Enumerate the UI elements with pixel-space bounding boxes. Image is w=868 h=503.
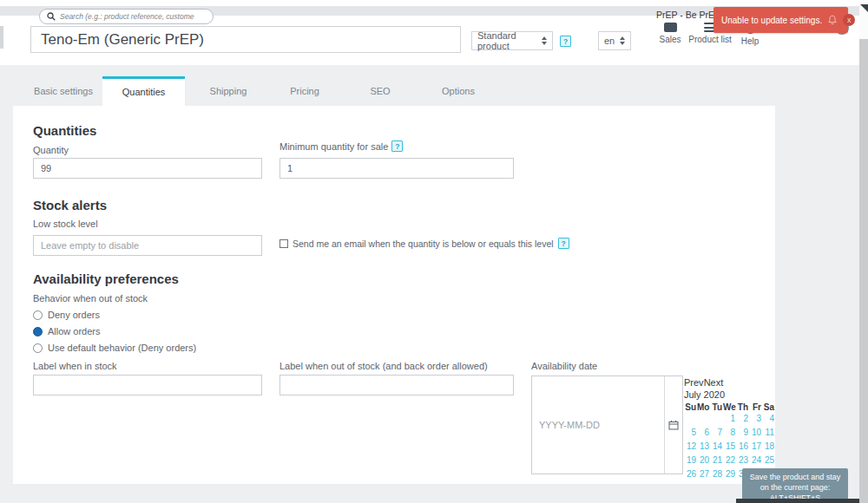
email-alert-label: Send me an email when the quantity is be… xyxy=(293,238,554,249)
calendar-day[interactable]: 8 xyxy=(723,426,736,440)
search-placeholder: Search (e.g.: product reference, custome xyxy=(60,12,206,21)
save-shortcut-tooltip: Save the product and stay on the current… xyxy=(742,468,848,501)
toast-close-icon[interactable]: x xyxy=(843,14,855,26)
select-arrows-icon xyxy=(542,36,547,45)
out-of-stock-input[interactable] xyxy=(279,375,514,395)
product-tabs: Basic settings Quantities Shipping Prici… xyxy=(24,76,494,106)
min-quantity-input[interactable] xyxy=(279,158,514,179)
calendar-day[interactable]: 1 xyxy=(723,412,736,426)
calendar-day[interactable]: 28 xyxy=(710,467,723,481)
calendar-icon[interactable] xyxy=(664,376,682,474)
tab-options[interactable]: Options xyxy=(423,76,494,106)
calendar-day[interactable]: 13 xyxy=(697,440,710,454)
calendar-day-header: Tu xyxy=(710,402,723,412)
toast-message: Unable to update settings. xyxy=(721,16,822,25)
calendar-day[interactable]: 3 xyxy=(749,412,762,426)
calendar-day[interactable]: 22 xyxy=(723,454,736,467)
global-search-input[interactable]: Search (e.g.: product reference, custome xyxy=(39,9,214,24)
radio-label: Deny orders xyxy=(48,310,100,320)
nav-label: Help xyxy=(741,36,760,46)
calendar-day-header: Mo xyxy=(697,402,710,412)
calendar-day[interactable]: 23 xyxy=(736,454,749,467)
calendar-day[interactable]: 9 xyxy=(736,426,749,440)
footer-bar-fragment xyxy=(736,499,868,503)
calendar-day-header: Fr xyxy=(749,402,762,412)
calendar-day[interactable]: 17 xyxy=(749,440,762,454)
section-title-quantities: Quantities xyxy=(33,123,96,138)
tab-quantities[interactable]: Quantities xyxy=(102,76,185,106)
min-quantity-help-icon[interactable]: ? xyxy=(391,140,403,152)
availability-date-label: Availability date xyxy=(531,361,597,371)
radio-default-behavior[interactable]: Use default behavior (Deny orders) xyxy=(33,343,196,353)
calendar-day[interactable]: 10 xyxy=(749,426,762,440)
calendar-day[interactable]: 12 xyxy=(684,440,697,454)
error-toast: Unable to update settings. x xyxy=(713,7,848,33)
calendar-day[interactable]: 24 xyxy=(749,454,762,467)
in-stock-input[interactable] xyxy=(33,375,262,395)
calendar-day[interactable]: 16 xyxy=(736,440,749,454)
datepicker-prev-button[interactable]: Prev xyxy=(684,377,704,388)
nav-label: Sales xyxy=(659,35,681,44)
sales-chart-icon xyxy=(664,23,677,32)
low-stock-input[interactable] xyxy=(33,235,262,256)
radio-label: Use default behavior (Deny orders) xyxy=(48,343,196,353)
calendar-day[interactable]: 29 xyxy=(723,467,736,481)
calendar-day[interactable]: 27 xyxy=(697,467,710,481)
quantity-label: Quantity xyxy=(33,145,69,155)
quantity-input[interactable] xyxy=(33,158,262,179)
radio-deny-orders[interactable]: Deny orders xyxy=(33,310,100,320)
availability-date-placeholder: YYYY-MM-DD xyxy=(532,376,664,474)
calendar-day[interactable]: 18 xyxy=(762,440,775,454)
low-stock-label: Low stock level xyxy=(33,219,98,229)
section-title-stock-alerts: Stock alerts xyxy=(33,198,107,212)
language-select[interactable]: en xyxy=(598,31,631,50)
radio-button[interactable] xyxy=(33,343,43,353)
left-edge-fragment xyxy=(0,26,3,49)
datepicker-day-headers: SuMoTuWeThFrSa xyxy=(684,402,777,412)
scroll-corner-icon xyxy=(860,4,868,12)
tab-seo[interactable]: SEO xyxy=(355,76,405,106)
email-alert-checkbox-row[interactable]: Send me an email when the quantity is be… xyxy=(279,238,569,249)
radio-button[interactable] xyxy=(33,327,43,336)
calendar-day[interactable]: 7 xyxy=(710,426,723,440)
calendar-day[interactable]: 11 xyxy=(762,426,775,440)
out-of-stock-label: Label when out of stock (and back order … xyxy=(279,361,488,371)
search-icon xyxy=(47,12,56,21)
calendar-day[interactable]: 5 xyxy=(684,426,697,440)
datepicker-next-button[interactable]: Next xyxy=(704,377,724,388)
bell-icon xyxy=(827,15,838,25)
section-title-availability: Availability preferences xyxy=(33,271,179,286)
calendar-day[interactable]: 19 xyxy=(684,454,697,467)
product-type-select[interactable]: Standard product xyxy=(471,31,553,50)
behavior-label: Behavior when out of stock xyxy=(33,293,148,304)
datepicker-nav: PrevNext xyxy=(684,377,777,388)
product-name-field[interactable]: Teno-Em (Generic PrEP) xyxy=(30,26,461,53)
page-scrollbar[interactable] xyxy=(859,0,868,503)
tab-basic-settings[interactable]: Basic settings xyxy=(24,76,102,106)
calendar-day[interactable]: 25 xyxy=(762,454,775,467)
calendar-day[interactable]: 4 xyxy=(762,412,775,426)
datepicker-month-title: July 2020 xyxy=(684,389,777,400)
calendar-day-header: Th xyxy=(736,402,749,412)
calendar-day[interactable]: 14 xyxy=(710,440,723,454)
calendar-day[interactable]: 26 xyxy=(684,467,697,481)
min-quantity-label: Minimum quantity for sale xyxy=(279,141,388,152)
radio-allow-orders[interactable]: Allow orders xyxy=(33,326,101,336)
product-type-help-icon[interactable]: ? xyxy=(560,36,571,47)
calendar-day-empty xyxy=(684,412,697,426)
email-alert-help-icon[interactable]: ? xyxy=(558,238,569,249)
radio-button[interactable] xyxy=(33,310,43,320)
tab-pricing[interactable]: Pricing xyxy=(273,76,336,106)
calendar-day[interactable]: 20 xyxy=(697,454,710,467)
quantities-panel: Quantities Quantity Minimum quantity for… xyxy=(13,106,775,484)
calendar-day[interactable]: 21 xyxy=(710,454,723,467)
calendar-day[interactable]: 15 xyxy=(723,440,736,454)
tab-shipping[interactable]: Shipping xyxy=(192,76,265,106)
calendar-day-empty xyxy=(710,412,723,426)
email-alert-checkbox[interactable] xyxy=(279,239,288,248)
scrollbar-thumb[interactable] xyxy=(859,39,868,503)
radio-label: Allow orders xyxy=(48,326,101,336)
availability-date-input[interactable]: YYYY-MM-DD xyxy=(531,376,683,474)
calendar-day[interactable]: 6 xyxy=(697,426,710,440)
calendar-day[interactable]: 2 xyxy=(736,412,749,426)
